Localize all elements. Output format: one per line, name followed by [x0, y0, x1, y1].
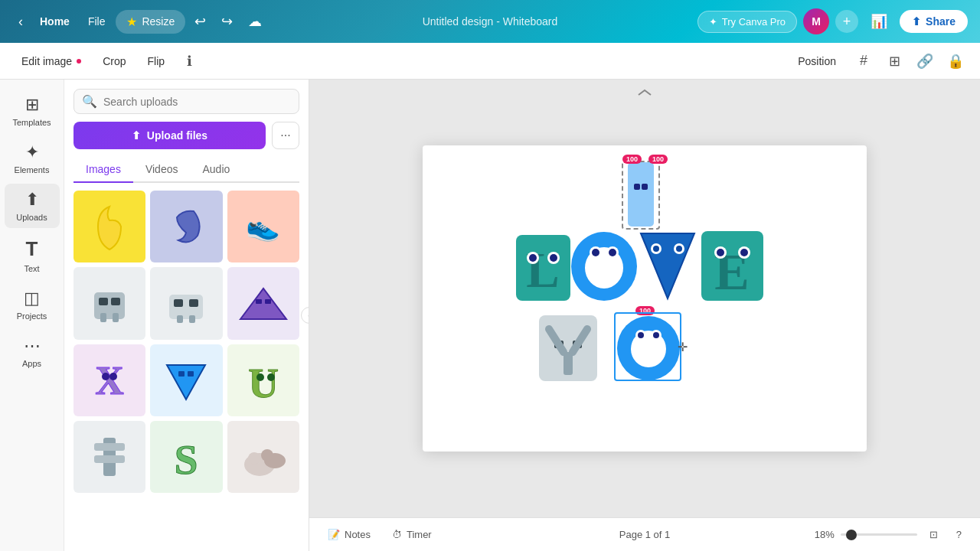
tab-audio[interactable]: Audio: [190, 157, 242, 183]
svg-point-28: [248, 452, 260, 465]
sticker-11[interactable]: S: [150, 421, 222, 493]
cloud-save-button[interactable]: ☁: [242, 8, 268, 34]
help-icon: ?: [956, 529, 962, 540]
timer-button[interactable]: ⏱ Timer: [386, 526, 438, 543]
analytics-button[interactable]: 📊: [864, 8, 893, 34]
svg-point-14: [102, 373, 109, 380]
letter-I-container[interactable]: 100 100: [622, 161, 660, 230]
align-button[interactable]: ⊞: [882, 49, 906, 73]
star-icon: ★: [126, 15, 137, 29]
zoom-slider[interactable]: [841, 533, 917, 536]
back-button[interactable]: ‹: [12, 9, 29, 34]
sidebar-item-apps-label: Apps: [22, 359, 41, 368]
badge-100-2: 100: [622, 155, 642, 164]
svg-point-43: [592, 249, 599, 256]
resize-button[interactable]: ★ Resize: [116, 10, 185, 34]
share-button[interactable]: ⬆ Share: [900, 10, 968, 33]
sidebar-item-apps[interactable]: ⋯ Apps: [5, 330, 60, 374]
sidebar-item-projects[interactable]: ◫ Projects: [5, 282, 60, 327]
love-artwork: 100 100 L: [514, 161, 775, 390]
svg-point-54: [717, 249, 724, 256]
flip-button[interactable]: Flip: [139, 51, 175, 72]
selected-o-container[interactable]: ✛: [614, 312, 681, 381]
sticker-10[interactable]: [74, 421, 145, 493]
move-cursor-icon: ✛: [678, 340, 688, 354]
home-button[interactable]: Home: [32, 11, 77, 32]
letter-O[interactable]: [570, 230, 639, 305]
sidebar-item-uploads-label: Uploads: [16, 213, 47, 222]
sticker-6[interactable]: [227, 267, 299, 339]
link-button[interactable]: 🔗: [913, 49, 937, 73]
selection-dashed: [622, 161, 660, 230]
redo-button[interactable]: ↪: [215, 8, 239, 34]
file-button[interactable]: File: [80, 11, 113, 32]
svg-point-37: [529, 254, 537, 262]
canvas-main[interactable]: 100 100 L: [309, 80, 980, 517]
svg-rect-6: [174, 299, 183, 307]
more-options-button[interactable]: ···: [272, 122, 299, 149]
chevron-up-button[interactable]: [637, 86, 652, 99]
collapse-panel-button[interactable]: ‹: [301, 307, 309, 324]
edit-image-button[interactable]: Edit image: [12, 51, 90, 72]
upload-row: ⬆ Upload files ···: [74, 122, 299, 149]
svg-point-29: [261, 449, 273, 461]
uploads-icon: ⬆: [25, 190, 39, 210]
info-button[interactable]: ℹ: [177, 49, 201, 73]
sticker-4[interactable]: [74, 267, 145, 339]
letter-E[interactable]: E: [700, 230, 765, 305]
lock-button[interactable]: 🔒: [943, 49, 968, 73]
position-button[interactable]: Position: [789, 51, 845, 72]
help-button[interactable]: ?: [950, 526, 968, 543]
svg-rect-18: [188, 371, 194, 377]
fit-icon: ⊡: [929, 529, 938, 540]
letter-Y[interactable]: [537, 314, 599, 386]
sticker-2[interactable]: [150, 191, 222, 262]
sticker-1[interactable]: [74, 191, 145, 262]
edit-dot: [77, 59, 81, 64]
whiteboard[interactable]: 100 100 L: [423, 145, 867, 452]
avatar[interactable]: M: [803, 8, 829, 34]
page-info: Page 1 of 1: [619, 529, 671, 540]
svg-marker-16: [167, 365, 205, 399]
svg-rect-3: [100, 313, 106, 322]
sticker-8[interactable]: [150, 344, 222, 416]
undo-button[interactable]: ↩: [188, 8, 212, 34]
svg-rect-8: [177, 315, 183, 323]
add-user-button[interactable]: +: [835, 10, 858, 33]
sticker-5[interactable]: [150, 267, 222, 339]
sidebar-item-elements[interactable]: ✦ Elements: [5, 136, 60, 181]
top-bar: ‹ Home File ★ Resize ↩ ↪ ☁ Untitled desi…: [0, 0, 980, 43]
sidebar-item-text[interactable]: T Text: [5, 231, 60, 279]
letter-L[interactable]: L: [514, 233, 572, 305]
sidebar-item-uploads[interactable]: ⬆ Uploads: [5, 184, 60, 228]
sidebar-item-templates[interactable]: ⊞ Templates: [5, 89, 60, 133]
svg-rect-24: [94, 455, 125, 463]
svg-rect-11: [256, 299, 262, 304]
fit-page-button[interactable]: ⊡: [923, 526, 944, 543]
top-bar-right: ✦ Try Canva Pro M + 📊 ⬆ Share: [697, 8, 968, 34]
sticker-3[interactable]: 👟: [227, 191, 299, 262]
grid-view-button[interactable]: #: [851, 49, 876, 73]
upload-files-button[interactable]: ⬆ Upload files: [74, 122, 266, 149]
toolbar: Edit image Crop Flip ℹ Position # ⊞ 🔗 🔒: [0, 43, 980, 80]
svg-marker-45: [641, 233, 694, 298]
upload-panel: 🔍 ⬆ Upload files ··· Images Videos Audio: [64, 80, 309, 551]
letter-V[interactable]: [637, 230, 698, 305]
tab-images[interactable]: Images: [74, 157, 133, 183]
svg-text:X: X: [95, 359, 124, 403]
search-box[interactable]: 🔍: [74, 89, 299, 114]
crop-button[interactable]: Crop: [93, 51, 135, 72]
svg-rect-1: [99, 298, 108, 305]
sticker-12[interactable]: [227, 421, 299, 493]
notes-icon: 📝: [328, 529, 340, 540]
sticker-7[interactable]: X: [74, 344, 145, 416]
notes-button[interactable]: 📝 Notes: [322, 526, 377, 543]
badge-100-1: 100: [648, 155, 668, 164]
search-input[interactable]: [103, 96, 291, 108]
sticker-9[interactable]: U: [227, 344, 299, 416]
svg-rect-0: [94, 292, 125, 319]
svg-point-21: [267, 373, 275, 381]
svg-point-49: [676, 246, 682, 252]
tab-videos[interactable]: Videos: [133, 157, 191, 183]
try-canva-button[interactable]: ✦ Try Canva Pro: [697, 11, 797, 33]
